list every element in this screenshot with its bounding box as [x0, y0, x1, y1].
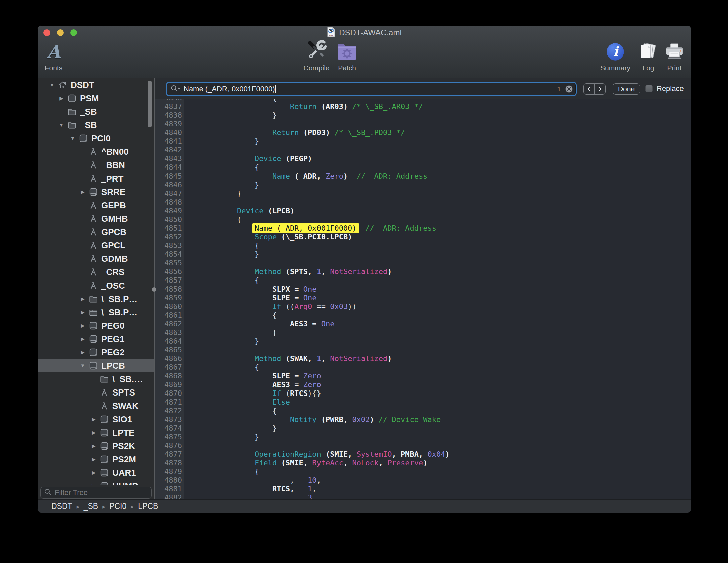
tree-item-dsdt[interactable]: ▼DSDT — [38, 78, 154, 92]
method-icon — [89, 147, 98, 156]
code-line: 4838 } — [155, 111, 691, 120]
search-input[interactable]: Name (_ADR, 0x001F0000) 1 — [166, 82, 577, 96]
code-line: 4844 { — [155, 163, 691, 172]
breadcrumb-separator-icon: ▸ — [102, 503, 105, 510]
tree-item-sb[interactable]: \_SB.… — [38, 372, 154, 386]
tree-item-bbn[interactable]: _BBN — [38, 158, 154, 172]
tree-item-label: \_SB.… — [112, 372, 143, 386]
tree-item-swak[interactable]: SWAK — [38, 399, 154, 413]
tree-item-sb[interactable]: ▼_SB — [38, 118, 154, 132]
method-icon — [89, 254, 98, 263]
disclosure-open-icon[interactable]: ▼ — [79, 359, 87, 372]
tree-item-peg2[interactable]: ▶PEG2 — [38, 346, 154, 359]
disclosure-closed-icon[interactable]: ▶ — [90, 413, 98, 426]
tree-item-peg0[interactable]: ▶PEG0 — [38, 319, 154, 332]
tree-item-bn00[interactable]: ^BN00 — [38, 145, 154, 158]
tree-item-sio1[interactable]: ▶SIO1 — [38, 413, 154, 426]
tree-item-crs[interactable]: _CRS — [38, 265, 154, 279]
replace-checkbox[interactable] — [645, 85, 653, 92]
main-split: ▼DSDT▶PSM_SB▼_SB▼PCI0^BN00_BBN_PRT▶SRREG… — [38, 78, 691, 500]
tree-item-pci0[interactable]: ▼PCI0 — [38, 132, 154, 145]
find-next-button[interactable] — [595, 84, 605, 94]
tree-item-gmhb[interactable]: GMHB — [38, 212, 154, 225]
tree-item-prt[interactable]: _PRT — [38, 172, 154, 185]
patch-button[interactable]: Patch — [324, 40, 370, 72]
tree-item-sb[interactable]: _SB — [38, 105, 154, 118]
method-icon — [89, 174, 98, 183]
line-number: 4863 — [155, 328, 184, 337]
line-number: 4855 — [155, 259, 184, 267]
disclosure-closed-icon[interactable]: ▶ — [79, 332, 87, 346]
breadcrumb-item[interactable]: _SB — [84, 502, 98, 511]
search-icon[interactable] — [170, 84, 181, 94]
tree-item-ps2m[interactable]: ▶PS2M — [38, 453, 154, 466]
disclosure-closed-icon[interactable]: ▶ — [90, 439, 98, 453]
tree-item-lpte[interactable]: ▶LPTE — [38, 426, 154, 439]
breadcrumb-item[interactable]: DSDT — [51, 502, 72, 511]
code-line: 4875 } — [155, 433, 691, 441]
tree-item-label: PEG1 — [101, 332, 124, 346]
device-icon — [100, 415, 109, 424]
code-line: 4877 OperationRegion (SMIE, SystemIO, PM… — [155, 450, 691, 459]
code-line: 4869 AES3 = Zero — [155, 380, 691, 389]
disclosure-closed-icon[interactable]: ▶ — [90, 426, 98, 439]
tree-item-label: _PRT — [101, 172, 123, 185]
filter-tree-input[interactable]: Filter Tree — [40, 487, 152, 499]
disclosure-open-icon[interactable]: ▼ — [57, 118, 65, 132]
line-number: 4851 — [155, 224, 184, 233]
tree-item-label: PS2K — [112, 439, 135, 453]
disclosure-closed-icon[interactable]: ▶ — [79, 346, 87, 359]
device-icon — [89, 361, 98, 370]
line-number: 4871 — [155, 398, 184, 407]
tree-item-osc[interactable]: _OSC — [38, 279, 154, 292]
split-handle-icon[interactable] — [152, 287, 156, 292]
breadcrumb-item[interactable]: PCI0 — [109, 502, 126, 511]
search-query-text: Name (_ADR, 0x001F0000) — [184, 85, 275, 93]
tree-item-peg1[interactable]: ▶PEG1 — [38, 332, 154, 346]
disclosure-closed-icon[interactable]: ▶ — [57, 92, 65, 105]
tree-item-sbp[interactable]: ▶\_SB.P… — [38, 292, 154, 306]
fonts-button[interactable]: A Fonts — [37, 40, 77, 72]
breadcrumb-separator-icon: ▸ — [131, 503, 133, 510]
tree-item-lpcb[interactable]: ▼LPCB — [38, 359, 154, 372]
sidebar-scrollbar[interactable] — [148, 81, 152, 127]
disclosure-closed-icon[interactable]: ▶ — [90, 466, 98, 479]
line-number: 4842 — [155, 146, 184, 154]
find-previous-button[interactable] — [584, 84, 595, 94]
tree-item-uar1[interactable]: ▶UAR1 — [38, 466, 154, 479]
line-number: 4848 — [155, 198, 184, 207]
tree-item-ps2k[interactable]: ▶PS2K — [38, 439, 154, 453]
clear-search-button[interactable] — [565, 85, 573, 93]
code-line: 4881 RTCS, 1, — [155, 485, 691, 493]
tree-item-spts[interactable]: SPTS — [38, 386, 154, 399]
tree-item-srre[interactable]: ▶SRRE — [38, 185, 154, 199]
sidebar: ▼DSDT▶PSM_SB▼_SB▼PCI0^BN00_BBN_PRT▶SRREG… — [38, 78, 154, 500]
tree-item-gdmb[interactable]: GDMB — [38, 252, 154, 265]
disclosure-closed-icon[interactable]: ▶ — [90, 479, 98, 485]
tree-item-psm[interactable]: ▶PSM — [38, 92, 154, 105]
window-title: DSDT-AWAC.aml — [339, 28, 402, 37]
disclosure-open-icon[interactable]: ▼ — [69, 132, 77, 145]
line-number: 4841 — [155, 137, 184, 146]
code-line: 4846 } — [155, 181, 691, 189]
tree-item-label: SWAK — [112, 399, 139, 413]
tree-item-gepb[interactable]: GEPB — [38, 199, 154, 212]
code-line: 4839 — [155, 120, 691, 128]
disclosure-open-icon[interactable]: ▼ — [48, 78, 56, 92]
code-line: 4858 SLPX = One — [155, 285, 691, 294]
disclosure-closed-icon[interactable]: ▶ — [79, 306, 87, 319]
disclosure-closed-icon[interactable]: ▶ — [90, 453, 98, 466]
disclosure-closed-icon[interactable]: ▶ — [79, 185, 87, 199]
print-button[interactable]: Print — [651, 40, 691, 72]
tree-item-gpcb[interactable]: GPCB — [38, 225, 154, 239]
tree-item-sbp[interactable]: ▶\_SB.P… — [38, 306, 154, 319]
filter-search-icon — [44, 488, 52, 497]
tree-item-humd[interactable]: ▶HUMD — [38, 479, 154, 485]
disclosure-closed-icon[interactable]: ▶ — [79, 319, 87, 332]
tree-item-label: _OSC — [101, 279, 125, 292]
breadcrumb-item[interactable]: LPCB — [138, 502, 158, 511]
done-button[interactable]: Done — [613, 83, 640, 95]
tree-item-gpcl[interactable]: GPCL — [38, 239, 154, 252]
code-editor[interactable]: 4836 {4837 Return (AR03) /* \_SB_.AR03 *… — [155, 99, 691, 500]
disclosure-closed-icon[interactable]: ▶ — [79, 292, 87, 306]
